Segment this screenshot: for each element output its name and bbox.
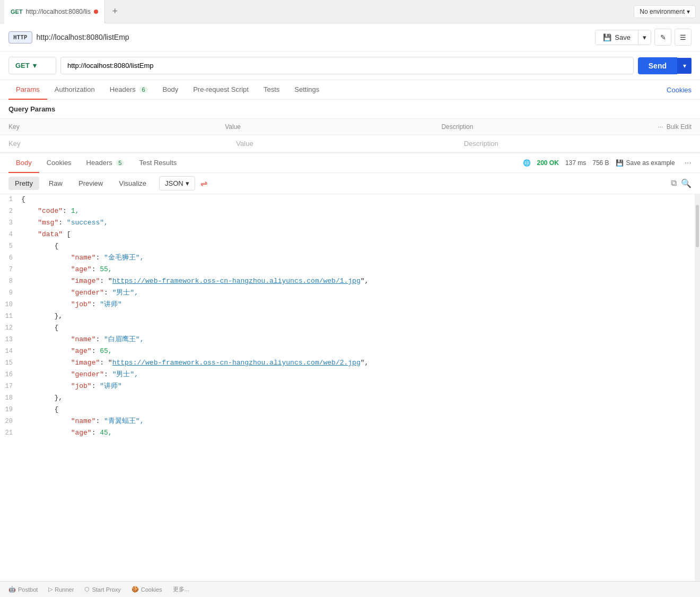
line-number: 12: [0, 323, 21, 333]
send-dropdown-button[interactable]: ▾: [677, 58, 692, 74]
globe-icon: 🌐: [523, 159, 531, 167]
search-button[interactable]: 🔍: [681, 178, 692, 188]
line-number: 17: [0, 381, 21, 392]
json-line: 20 "name": "青翼蝠王",: [0, 416, 695, 428]
tab-settings[interactable]: Settings: [287, 80, 327, 100]
method-label: GET: [11, 8, 23, 15]
line-number: 3: [0, 218, 21, 228]
format-type-chevron-icon: ▾: [186, 179, 189, 187]
json-line: 19 {: [0, 404, 695, 416]
line-content: {: [21, 323, 695, 334]
add-tab-button[interactable]: +: [107, 4, 123, 20]
line-content: {: [21, 194, 695, 205]
json-line: 3 "msg": "success",: [0, 218, 695, 229]
more-options-icon[interactable]: ···: [658, 123, 663, 131]
line-number: 2: [0, 206, 21, 217]
line-content: "name": "金毛狮王",: [21, 253, 695, 264]
response-time: 137 ms: [565, 159, 586, 167]
line-number: 11: [0, 311, 21, 322]
url-input[interactable]: [60, 57, 634, 74]
method-chevron-icon: ▾: [33, 62, 37, 70]
line-content: {: [21, 241, 695, 252]
tab-authorization[interactable]: Authorization: [47, 80, 102, 100]
format-bar: Pretty Raw Preview Visualize JSON ▾ ⇌ ⧉ …: [0, 173, 700, 194]
request-tab[interactable]: GET http://localhost:8080/lis: [4, 0, 105, 23]
filter-button[interactable]: ⇌: [200, 178, 207, 188]
json-line: 11 },: [0, 311, 695, 323]
line-number: 15: [0, 358, 21, 368]
col-description: Description: [441, 123, 658, 131]
method-dropdown[interactable]: GET ▾: [8, 57, 56, 74]
tab-bar: GET http://localhost:8080/lis + No envir…: [0, 0, 700, 23]
tab-body[interactable]: Body: [155, 80, 186, 100]
json-line: 17 "job": "讲师": [0, 381, 695, 393]
query-params-section: Query Params Key Value Description ··· B…: [0, 100, 700, 152]
format-tab-preview[interactable]: Preview: [72, 177, 109, 190]
key-placeholder[interactable]: Key: [8, 140, 236, 148]
environment-selector[interactable]: No environment ▾: [634, 5, 696, 18]
format-tab-visualize[interactable]: Visualize: [112, 177, 153, 190]
save-dropdown-button[interactable]: ▾: [638, 30, 651, 45]
edit-button[interactable]: ✎: [654, 29, 671, 46]
line-content: "gender": "男士",: [21, 288, 695, 299]
tab-headers[interactable]: Headers 6: [102, 80, 155, 100]
line-content: },: [21, 311, 695, 322]
format-tab-raw[interactable]: Raw: [42, 177, 69, 190]
image-link[interactable]: https://web-framework.oss-cn-hangzhou.al…: [112, 359, 361, 367]
line-number: 20: [0, 416, 21, 427]
response-meta: 🌐 200 OK 137 ms 756 B 💾 Save as example …: [523, 158, 692, 168]
cookies-button[interactable]: Cookies: [667, 86, 692, 94]
tab-url: http://localhost:8080/lis: [26, 8, 91, 15]
line-number: 8: [0, 276, 21, 287]
send-button[interactable]: Send: [638, 57, 677, 74]
save-example-icon: 💾: [616, 159, 624, 167]
json-line: 7 "age": 55,: [0, 264, 695, 276]
comment-icon: ☰: [680, 33, 686, 41]
format-tab-pretty[interactable]: Pretty: [8, 177, 39, 190]
line-number: 19: [0, 404, 21, 415]
save-example-button[interactable]: 💾 Save as example: [616, 159, 675, 167]
desc-placeholder[interactable]: Description: [464, 140, 692, 148]
line-content: {: [21, 404, 695, 416]
response-content-area: 1{2 "code": 1,3 "msg": "success",4 "data…: [0, 194, 700, 581]
line-number: 1: [0, 194, 21, 205]
modified-indicator: [94, 10, 98, 14]
format-type-label: JSON: [165, 179, 183, 187]
response-tab-test-results[interactable]: Test Results: [132, 153, 184, 173]
line-content: "age": 45,: [21, 428, 695, 439]
json-line: 13 "name": "白眉鹰王",: [0, 334, 695, 346]
save-button[interactable]: 💾 Save: [596, 30, 638, 45]
request-tabs: Params Authorization Headers 6 Body Pre-…: [0, 80, 700, 100]
status-badge: 200 OK: [537, 159, 559, 167]
tab-params[interactable]: Params: [8, 80, 47, 100]
response-tab-body[interactable]: Body: [8, 153, 39, 173]
tab-pre-request[interactable]: Pre-request Script: [186, 80, 256, 100]
image-link[interactable]: https://web-framework.oss-cn-hangzhou.al…: [112, 277, 361, 285]
comment-button[interactable]: ☰: [675, 29, 692, 46]
params-empty-row: Key Value Description: [0, 135, 700, 152]
json-line: 2 "code": 1,: [0, 206, 695, 218]
params-header-row: Key Value Description ··· Bulk Edit: [0, 119, 700, 135]
line-content: "age": 65,: [21, 346, 695, 357]
line-content: },: [21, 393, 695, 404]
request-title-url: http://localhost:8080/listEmp: [37, 33, 129, 41]
line-number: 7: [0, 264, 21, 275]
response-tab-cookies[interactable]: Cookies: [39, 153, 79, 173]
save-icon: 💾: [603, 33, 611, 41]
value-placeholder[interactable]: Value: [236, 140, 463, 148]
tab-tests[interactable]: Tests: [256, 80, 287, 100]
json-line: 18 },: [0, 393, 695, 404]
json-line: 8 "image": "https://web-framework.oss-cn…: [0, 276, 695, 288]
scrollbar-thumb[interactable]: [696, 205, 699, 247]
response-tab-headers[interactable]: Headers 5: [79, 153, 132, 173]
line-content: "image": "https://web-framework.oss-cn-h…: [21, 358, 695, 369]
scrollbar[interactable]: [695, 194, 700, 581]
json-line: 16 "gender": "男士",: [0, 369, 695, 381]
app-container: GET http://localhost:8080/lis + No envir…: [0, 0, 700, 581]
copy-button[interactable]: ⧉: [671, 178, 677, 188]
params-table: Key Value Description ··· Bulk Edit Key …: [0, 118, 700, 152]
bulk-edit-button[interactable]: Bulk Edit: [667, 123, 692, 131]
format-type-dropdown[interactable]: JSON ▾: [159, 176, 195, 191]
response-more-button[interactable]: ···: [685, 158, 692, 168]
line-content: "name": "青翼蝠王",: [21, 416, 695, 427]
